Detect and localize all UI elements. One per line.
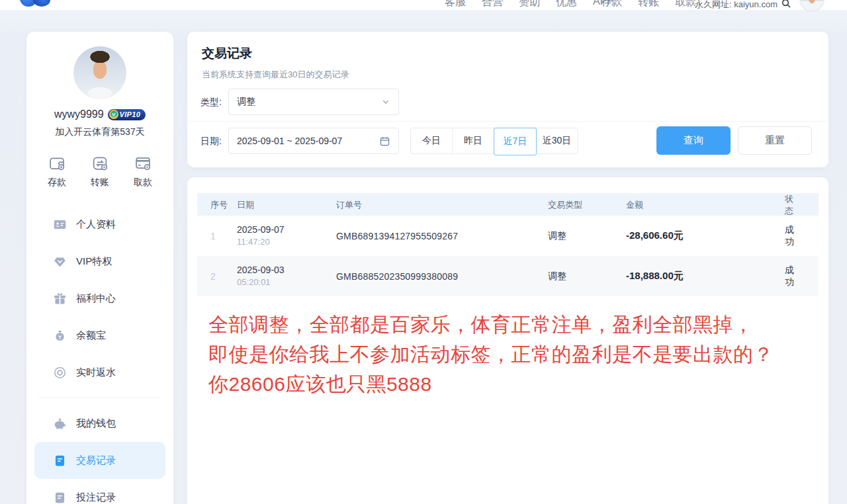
cell-index: 2 bbox=[210, 271, 237, 282]
sidebar-item-welfare[interactable]: 福利中心 bbox=[26, 280, 173, 317]
filter-divider bbox=[187, 121, 828, 122]
bank-card-icon bbox=[134, 154, 152, 173]
calendar-icon bbox=[379, 136, 390, 147]
site-logo[interactable] bbox=[20, 0, 50, 7]
id-card-icon bbox=[53, 218, 67, 231]
ring-icon bbox=[53, 366, 67, 380]
type-select-value: 调整 bbox=[237, 96, 255, 108]
header-status: 状态 bbox=[785, 193, 813, 217]
nav-withdraw[interactable]: 取款 bbox=[675, 0, 696, 9]
top-nav-bar: 客服 合营 赞助 优惠 APP 存款 转账 取款 永久网址: kaiyun.co… bbox=[0, 0, 847, 10]
sidebar-item-wallet[interactable]: 我的钱包 bbox=[26, 405, 173, 442]
sidebar-divider bbox=[38, 398, 161, 398]
cell-type: 调整 bbox=[548, 230, 626, 242]
cell-amount: -18,888.00元 bbox=[626, 270, 785, 282]
header-amount: 金额 bbox=[626, 199, 785, 211]
table-row[interactable]: 1 2025-09-07 11:47:20 GMB689139412795550… bbox=[197, 216, 819, 256]
header-date: 日期 bbox=[237, 199, 336, 211]
nav-deposit[interactable]: 存款 bbox=[601, 0, 622, 9]
reset-button[interactable]: 重置 bbox=[738, 126, 812, 155]
nav-transfer[interactable]: 转账 bbox=[638, 0, 659, 9]
date-quick-range-group: 今日 昨日 近7日 近30日 bbox=[410, 128, 578, 154]
cell-date: 2025-09-03 05:20:01 bbox=[237, 263, 336, 289]
wallet-icon bbox=[48, 154, 66, 173]
cell-date: 2025-09-07 11:47:20 bbox=[237, 223, 336, 249]
quick-action-transfer[interactable]: 转账 bbox=[91, 154, 109, 189]
header-type: 交易类型 bbox=[548, 199, 626, 211]
header-order: 订单号 bbox=[336, 199, 548, 211]
piggy-bank-icon bbox=[53, 417, 67, 431]
cell-amount: -28,606.60元 bbox=[626, 230, 785, 242]
cell-order-number: GMB6885202350999380089 bbox=[336, 271, 548, 282]
cell-status: 成功 bbox=[785, 224, 814, 248]
date-range-value: 2025-09-01 ~ 2025-09-07 bbox=[237, 136, 342, 146]
sidebar-item-vip[interactable]: VIP特权 bbox=[26, 243, 173, 280]
nav-partnership[interactable]: 合营 bbox=[482, 0, 503, 9]
range-7days-button[interactable]: 近7日 bbox=[494, 128, 537, 155]
cell-order-number: GMB6891394127955509267 bbox=[336, 231, 548, 241]
sidebar: wywy9999 V VIP10 加入开云体育第537天 存款 bbox=[26, 32, 173, 504]
user-avatar-large[interactable] bbox=[73, 46, 126, 99]
transfer-icon bbox=[91, 154, 109, 173]
transaction-doc-icon bbox=[53, 454, 67, 468]
user-avatar-small[interactable] bbox=[799, 0, 825, 12]
sidebar-item-bets[interactable]: 投注记录 bbox=[26, 479, 173, 504]
sidebar-item-yuebao[interactable]: 余额宝 bbox=[26, 317, 173, 354]
page-subtitle: 当前系统支持查询最近30日的交易记录 bbox=[202, 69, 349, 81]
nav-customer-service[interactable]: 客服 bbox=[445, 0, 466, 9]
query-button[interactable]: 查询 bbox=[656, 126, 731, 155]
table-row[interactable]: 2 2025-09-03 05:20:01 GMB688520235099938… bbox=[197, 256, 819, 296]
chevron-down-icon bbox=[381, 97, 390, 106]
date-label: 日期: bbox=[201, 136, 222, 147]
cell-type: 调整 bbox=[548, 271, 626, 282]
red-annotation-text: 全部调整，全部都是百家乐，体育正常注单，盈利全部黑掉， 即使是你给我上不参加活动… bbox=[208, 310, 817, 399]
username: wywy9999 bbox=[54, 108, 104, 120]
quick-action-withdraw[interactable]: 取款 bbox=[134, 154, 152, 189]
page: 客服 合营 赞助 优惠 APP 存款 转账 取款 永久网址: kaiyun.co… bbox=[0, 0, 847, 504]
sidebar-item-rebate[interactable]: 实时返水 bbox=[26, 354, 173, 391]
vip-badge: V VIP10 bbox=[108, 109, 146, 120]
range-today-button[interactable]: 今日 bbox=[411, 128, 453, 153]
header-index: 序号 bbox=[210, 199, 237, 211]
range-yesterday-button[interactable]: 昨日 bbox=[453, 128, 494, 153]
filter-card: 交易记录 当前系统支持查询最近30日的交易记录 类型: 调整 日期: 2025-… bbox=[187, 32, 828, 167]
range-30days-button[interactable]: 近30日 bbox=[536, 128, 578, 153]
search-icon[interactable] bbox=[781, 0, 791, 9]
nav-sponsorship[interactable]: 赞助 bbox=[519, 0, 540, 9]
sidebar-item-transactions[interactable]: 交易记录 bbox=[34, 442, 165, 479]
type-select[interactable]: 调整 bbox=[228, 89, 399, 115]
cell-status: 成功 bbox=[785, 265, 814, 288]
sidebar-menu: 个人资料 VIP特权 bbox=[26, 206, 173, 504]
table-header-row: 序号 日期 订单号 交易类型 金额 状态 bbox=[197, 193, 819, 216]
membership-days-text: 加入开云体育第537天 bbox=[26, 126, 173, 138]
money-bag-icon bbox=[53, 329, 67, 343]
page-title: 交易记录 bbox=[202, 45, 252, 62]
permanent-url-note: 永久网址: kaiyun.com bbox=[695, 0, 778, 11]
cell-index: 1 bbox=[210, 231, 237, 241]
bet-doc-icon bbox=[53, 491, 67, 504]
top-nav-links: 客服 合营 赞助 优惠 APP bbox=[445, 0, 614, 9]
date-range-input[interactable]: 2025-09-01 ~ 2025-09-07 bbox=[228, 128, 399, 154]
vip-shield-icon: V bbox=[109, 110, 118, 119]
top-wallet-links: 存款 转账 取款 bbox=[601, 0, 696, 9]
nav-promotions[interactable]: 优惠 bbox=[556, 0, 577, 9]
quick-actions: 存款 转账 bbox=[26, 154, 173, 189]
quick-action-deposit[interactable]: 存款 bbox=[48, 154, 66, 189]
gift-icon bbox=[53, 292, 67, 306]
sidebar-item-profile[interactable]: 个人资料 bbox=[26, 206, 173, 243]
type-label: 类型: bbox=[201, 97, 222, 108]
vip-gem-icon bbox=[53, 255, 67, 269]
